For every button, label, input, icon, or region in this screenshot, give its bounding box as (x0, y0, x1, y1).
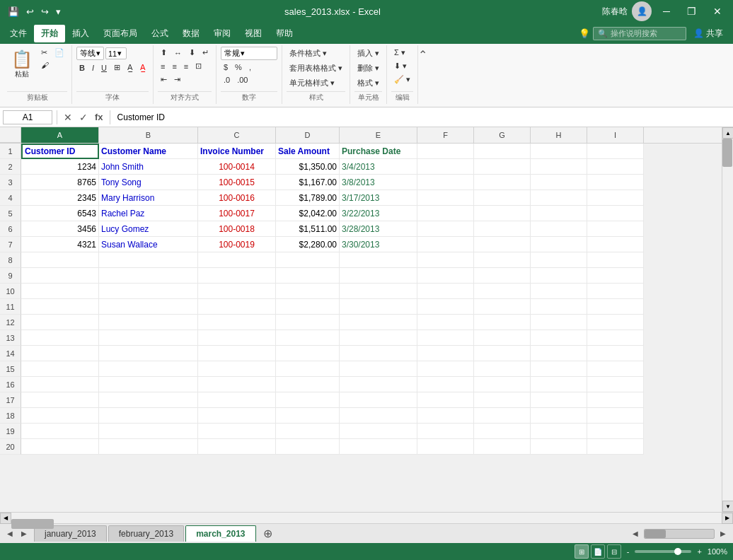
cell[interactable] (21, 377, 99, 392)
cell[interactable] (340, 315, 417, 330)
bold-button[interactable]: B (76, 62, 88, 74)
cell[interactable] (417, 408, 474, 424)
zoom-thumb[interactable] (674, 548, 681, 555)
cell[interactable] (474, 237, 531, 252)
cell[interactable]: Sale Amount (276, 144, 340, 159)
cell[interactable] (340, 346, 417, 361)
cell[interactable]: 100-0015 (198, 175, 276, 190)
wrap-text-button[interactable]: ↵ (200, 47, 212, 59)
cancel-formula-icon[interactable]: ✕ (62, 111, 74, 124)
align-left-button[interactable]: ≡ (158, 61, 168, 72)
format-button[interactable]: 格式 ▾ (354, 76, 382, 90)
clear-button[interactable]: 🧹 ▾ (391, 74, 413, 86)
cell[interactable] (587, 190, 644, 206)
ribbon-collapse[interactable]: ⌃ (418, 45, 427, 104)
col-header-e[interactable]: E (340, 127, 417, 143)
cell[interactable]: Tony Song (99, 175, 198, 190)
insert-function-icon[interactable]: fx (93, 111, 105, 123)
align-bottom-button[interactable]: ⬇ (186, 47, 198, 59)
cell[interactable] (531, 439, 587, 455)
decrease-indent-button[interactable]: ⇤ (158, 74, 170, 86)
cell[interactable] (417, 190, 474, 206)
cell[interactable] (417, 221, 474, 237)
menu-formula[interactable]: 公式 (144, 25, 175, 42)
format-as-table-button[interactable]: 套用表格格式 ▾ (287, 62, 345, 75)
cell[interactable] (587, 221, 644, 237)
row-number[interactable]: 6 (0, 221, 21, 237)
cell[interactable] (531, 408, 587, 424)
row-number[interactable]: 8 (0, 252, 21, 268)
percent-button[interactable]: % (232, 62, 245, 73)
cell[interactable] (587, 346, 644, 361)
zoom-slider[interactable] (635, 550, 691, 553)
cell[interactable] (474, 221, 531, 237)
vertical-scrollbar[interactable]: ▲ ▼ (722, 127, 733, 512)
cell[interactable] (21, 424, 99, 439)
cell[interactable]: 3/8/2013 (340, 175, 417, 190)
cell[interactable]: Customer Name (99, 144, 198, 159)
cell[interactable] (531, 252, 587, 268)
cell[interactable] (276, 315, 340, 330)
cell[interactable] (531, 424, 587, 439)
cell[interactable] (587, 408, 644, 424)
cell[interactable] (21, 284, 99, 299)
cell[interactable]: John Smith (99, 159, 198, 175)
cell[interactable] (417, 392, 474, 408)
cell[interactable]: 6543 (21, 206, 99, 221)
cell[interactable] (99, 315, 198, 330)
cell[interactable] (198, 252, 276, 268)
cell[interactable] (276, 408, 340, 424)
cell[interactable] (21, 330, 99, 346)
cell[interactable] (474, 159, 531, 175)
cell[interactable] (21, 439, 99, 455)
underline-button[interactable]: U (98, 62, 110, 74)
col-header-f[interactable]: F (417, 127, 474, 143)
cell[interactable]: 100-0019 (198, 237, 276, 252)
cell[interactable] (99, 330, 198, 346)
row-number[interactable]: 4 (0, 190, 21, 206)
copy-button[interactable]: 📄 (52, 47, 67, 59)
cell[interactable] (587, 159, 644, 175)
add-sheet-button[interactable]: ⊕ (258, 525, 278, 542)
row-number[interactable]: 1 (0, 144, 21, 159)
cell[interactable]: $2,042.00 (276, 206, 340, 221)
sheet-tab-february_2013[interactable]: february_2013 (108, 525, 184, 542)
italic-button[interactable]: I (89, 62, 97, 74)
cell[interactable] (99, 377, 198, 392)
cell[interactable]: Rachel Paz (99, 206, 198, 221)
cell[interactable] (340, 299, 417, 315)
menu-file[interactable]: 文件 (3, 25, 34, 42)
row-number[interactable]: 7 (0, 237, 21, 252)
cell[interactable] (417, 175, 474, 190)
cell[interactable]: Customer ID (21, 144, 99, 159)
col-header-d[interactable]: D (276, 127, 340, 143)
cell[interactable] (276, 252, 340, 268)
cell[interactable] (340, 330, 417, 346)
tab-scroll-left-button[interactable]: ◀ (3, 527, 17, 541)
align-center-button[interactable]: ≡ (169, 61, 179, 72)
currency-button[interactable]: $ (221, 62, 231, 73)
row-number[interactable]: 11 (0, 299, 21, 315)
row-number[interactable]: 16 (0, 377, 21, 392)
cell[interactable]: 3/28/2013 (340, 221, 417, 237)
row-number[interactable]: 3 (0, 175, 21, 190)
delete-button[interactable]: 删除 ▾ (354, 62, 382, 75)
row-number[interactable]: 18 (0, 408, 21, 424)
cell[interactable] (99, 268, 198, 284)
cell[interactable] (99, 346, 198, 361)
cell[interactable] (417, 237, 474, 252)
scroll-up-button[interactable]: ▲ (722, 127, 733, 139)
scroll-v-thumb[interactable] (722, 139, 732, 167)
increase-decimal-button[interactable]: .00 (234, 74, 250, 86)
cell[interactable]: 3456 (21, 221, 99, 237)
cell[interactable] (99, 299, 198, 315)
cell[interactable] (276, 284, 340, 299)
menu-review[interactable]: 审阅 (207, 25, 238, 42)
cell[interactable] (417, 424, 474, 439)
menu-home[interactable]: 开始 (34, 25, 65, 42)
tab-area-left-button[interactable]: ◀ (628, 527, 642, 541)
row-number[interactable]: 17 (0, 392, 21, 408)
cell[interactable] (474, 190, 531, 206)
cell[interactable] (340, 408, 417, 424)
paste-button[interactable]: 📋 粘贴 (7, 47, 37, 82)
